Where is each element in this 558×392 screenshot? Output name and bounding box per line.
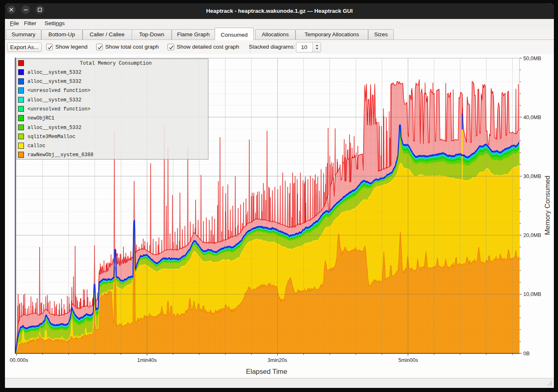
svg-text:30,0MB: 30,0MB: [523, 174, 541, 179]
svg-text:0B: 0B: [523, 351, 530, 357]
svg-text:20,0MB: 20,0MB: [523, 232, 541, 238]
svg-text:3min20s: 3min20s: [267, 357, 287, 363]
svg-text:00.000s: 00.000s: [10, 357, 28, 363]
svg-text:Elapsed Time: Elapsed Time: [246, 368, 287, 375]
svg-text:50,0MB: 50,0MB: [523, 56, 541, 61]
svg-text:Memory Consumed: Memory Consumed: [544, 176, 551, 235]
svg-text:1min40s: 1min40s: [137, 357, 157, 363]
svg-text:40,0MB: 40,0MB: [523, 115, 541, 120]
svg-text:10,0MB: 10,0MB: [523, 291, 541, 297]
svg-text:5min00s: 5min00s: [398, 357, 418, 363]
